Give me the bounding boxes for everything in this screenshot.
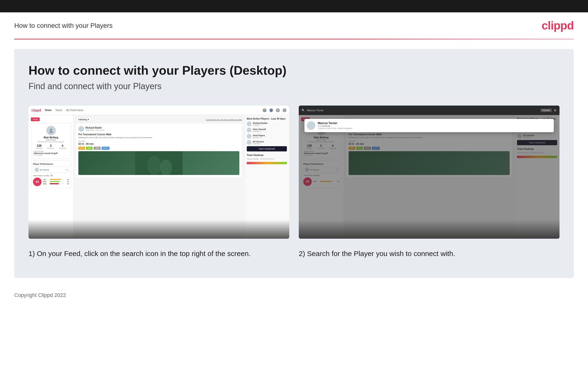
tag-arg: ARG [94,147,101,150]
right-panel-2: Most Active Players - Last 30 days Richa… [514,115,560,239]
latest-activity-label: Latest Activity Afternoon round of golf … [34,150,68,156]
player-perf-title-2: Player Performance [303,163,339,165]
svg-point-1 [49,131,53,133]
stat-activities: 129 Activities [36,144,43,149]
app-ui-2: 🔍 Marcus Turner CLEAR ✕ Marcus Turner 1.… [299,106,560,239]
activity-title-2: Pre Tournament Course Walk [349,133,510,136]
right-panel-1: Most Active Players - Last 30 days Richa… [244,115,289,239]
player-avatar-sm-2 [305,168,309,172]
nav-home[interactable]: Home [45,109,52,111]
stat-following: 4 Following [59,144,66,149]
middle-panel-2: Following ▾ Control who can see your act… [344,115,514,239]
profile-card: Blair McHarg Golf Coach Mill Ride Golf C… [31,123,71,159]
player-perf-title: Player Performance [33,163,69,165]
team-dashboard-button[interactable]: Team Dashboard [247,146,287,151]
control-link[interactable]: Control who can see your activity and da… [206,119,242,121]
tag-app: APP [86,147,93,150]
chevron-down-icon: ▾ [66,169,67,171]
main-subtitle: Find and connect with your Players [28,81,560,91]
latest-activity-2: Latest Activity Afternoon round of golf … [304,150,339,156]
chevron-down-icon-2: ▾ [336,169,337,171]
tag-app-2: APP [356,147,363,150]
profile-icon[interactable]: 👤 [269,108,273,112]
quality-bars-2: OTT 79 [313,181,339,183]
quality-label-2: Total Player Quality [303,174,339,176]
copyright: Copyright Clippd 2022 [14,292,66,298]
profile-role: Golf Coach [34,139,68,141]
user-name: Richard Butler [86,127,239,129]
quality-score-2: 84 [303,177,312,186]
stats-row: 129 Activities 3 Followers 4 [34,144,68,149]
active-player-avatar-4 [247,140,252,145]
bar-ott: OTT 79 [43,179,69,180]
following-button[interactable]: Following ▾ [76,118,91,122]
user-avatar-icon[interactable]: B [283,108,286,112]
heatmap-subtitle-2: Player Quality · 20 Round Trend [517,152,557,154]
duration-label: Duration [78,140,239,142]
user-avatar [78,126,84,132]
stat-following-2: 4 Following [329,144,336,149]
profile-name: Blair McHarg [34,136,68,139]
profile-name-2: Blair McHarg [304,136,339,139]
profile-role-2: Golf Coach [304,139,339,141]
latest-activity-name-2: Afternoon round of golf [304,152,339,155]
activity-image [78,151,239,175]
player-name-sm: Eli Vincent [40,169,65,171]
tag-row-2: OTT APP ARG PUTT [349,147,510,150]
quality-display: 84 OTT 79 APP [33,178,69,186]
active-player-name-4: Eli Vincent Activities: 1 [253,140,264,145]
active-player-name-3: Hiral Pujara Activities: 3 [253,134,265,138]
nav-my-performance[interactable]: My Performance [66,109,83,111]
close-icon[interactable]: ✕ [553,108,557,113]
quality-display-2: 84 OTT 79 [303,177,339,186]
duration-value-2: 02 hr : 00 min [349,143,510,145]
search-result-club: Cypress Point Club, United Kingdom [318,127,352,129]
stat-followers: 3 Followers [47,144,54,149]
activity-title: Pre Tournament Course Walk [78,133,239,136]
screenshot-2: 🔍 Marcus Turner CLEAR ✕ Marcus Turner 1.… [299,106,560,239]
top-bar [0,0,588,12]
player-selector[interactable]: Eli Vincent ▾ [33,167,69,173]
chevron-down-icon: ▾ [88,118,89,121]
active-player-name: Richard Butler Activities: 7 [253,122,268,126]
screenshots-row: clippd Home Teams My Performance 🔍 👤 ⚙ B [28,106,560,259]
search-nav: 🔍 Marcus Turner CLEAR ✕ [299,106,560,115]
activity-location: Yesterday · The Grove [86,129,239,131]
search-result-details: Marcus Turner 1.5 Handicap Cypress Point… [318,121,352,129]
screenshot-block-2: 🔍 Marcus Turner CLEAR ✕ Marcus Turner 1.… [299,106,560,259]
main-title: How to connect with your Players (Deskto… [28,63,560,77]
latest-activity-name: Afternoon round of golf [34,152,68,155]
active-r3-avatar [517,134,522,138]
duration-value: 02 hr : 00 min [78,143,239,145]
quality-label: Total Player Quality i [33,174,69,177]
tag-arg-2: ARG [364,147,371,150]
header-divider [14,39,574,39]
app-ui-1: clippd Home Teams My Performance 🔍 👤 ⚙ B [28,106,289,239]
nav-teams[interactable]: Teams [55,109,62,111]
heatmap-bar-2 [517,156,557,158]
activity-date: 27 Jul 2022 [34,155,68,156]
active-player-name-2: Piers Parnell Activities: 4 [253,128,266,132]
clear-button[interactable]: CLEAR [541,109,552,112]
page-title: How to connect with your Players [14,22,113,29]
app-nav-1: clippd Home Teams My Performance 🔍 👤 ⚙ B [28,106,289,115]
player-perf-section-2: Player Performance Eli Vincent ▾ Total P… [301,161,341,188]
settings-icon[interactable]: ⚙ [276,108,280,112]
info-icon: i [50,174,53,177]
main-content: How to connect with your Players (Deskto… [14,49,574,278]
search-result-item[interactable]: Marcus Turner 1.5 Handicap Cypress Point… [307,121,552,130]
header: How to connect with your Players clippd [0,12,588,39]
quality-bars: OTT 79 APP 70 [43,179,69,185]
heatmap-title-2: Team Heatmap [517,148,557,150]
search-icon[interactable]: 🔍 [263,108,266,112]
search-icon-nav[interactable]: 🔍 [302,109,305,112]
screenshot-block-1: clippd Home Teams My Performance 🔍 👤 ⚙ B [28,106,289,259]
activity-desc: Walking the course with my coach to buil… [78,137,239,138]
player-perf-section: Player Performance Eli Vincent ▾ Total P… [31,161,71,188]
svg-point-0 [50,129,52,131]
active-player-3: Hiral Pujara Activities: 3 [247,134,287,138]
feed-tab[interactable]: Feed [31,118,40,121]
search-result-avatar [307,121,315,130]
profile-club-2: Mill Ride Golf Club, United Kingdom [304,141,339,143]
left-panel-1: Feed Blair McHarg Golf Coach Mill Ride G… [28,115,74,239]
